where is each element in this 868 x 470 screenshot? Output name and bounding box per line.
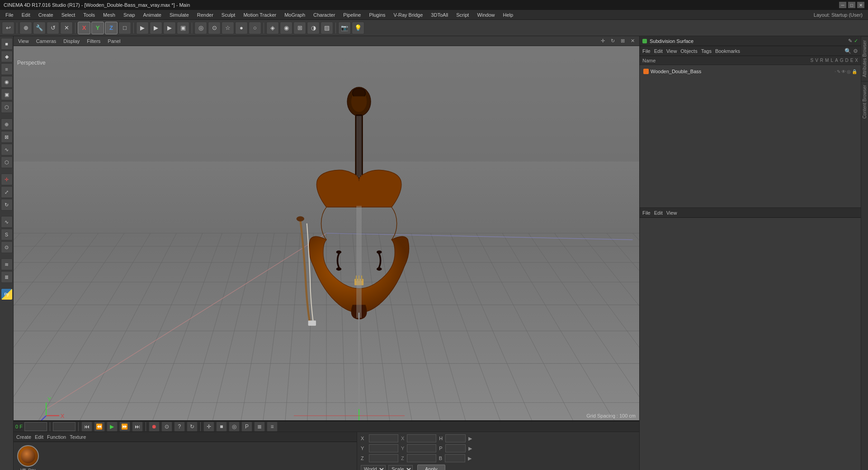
material-thumbnail[interactable] <box>17 445 39 467</box>
menu-character[interactable]: Character <box>310 11 339 19</box>
scale-select[interactable]: Scale <box>388 465 413 470</box>
polygon-selection-button[interactable]: ⬡ <box>1 156 13 168</box>
menu-snap[interactable]: Snap <box>120 11 139 19</box>
menu-animate[interactable]: Animate <box>140 11 165 19</box>
magnet-tool-button[interactable]: ⊙ <box>1 241 13 253</box>
attributes-browser-tab[interactable]: Attributes Browser <box>861 36 868 81</box>
timeline-options-2[interactable]: P <box>241 422 252 432</box>
subdiv-visible-icon[interactable]: ✓ <box>854 38 858 44</box>
render-region-button[interactable]: ▶ <box>136 22 149 34</box>
menu-simulate[interactable]: Simulate <box>166 11 193 19</box>
coord-z-expand[interactable]: ▶ <box>468 456 475 461</box>
timeline-options-4[interactable]: ≡ <box>267 422 278 432</box>
content-browser-tab[interactable]: Content Browser <box>861 81 868 122</box>
timeline-ruler[interactable]: 0 5 10 15 20 25 30 35 40 45 50 55 60 65 … <box>14 421 639 422</box>
undo-button[interactable]: ↩ <box>2 22 14 34</box>
minimize-button[interactable]: ─ <box>839 2 846 8</box>
coord-b-input[interactable]: 0° <box>445 454 465 462</box>
paint-tool-button[interactable]: ≋ <box>1 258 13 270</box>
rotate-tool-button[interactable]: ↻ <box>1 199 13 211</box>
coord-x-input[interactable]: 0 cm <box>369 434 398 442</box>
current-frame-input[interactable]: 0 F <box>24 422 47 431</box>
obj-menu-bookmarks[interactable]: Bookmarks <box>715 48 740 54</box>
timeline-options-1[interactable]: ◎ <box>229 422 240 432</box>
coord-h-input[interactable]: 0° <box>445 434 466 442</box>
polygon-mode-button[interactable]: ◆ <box>1 51 13 62</box>
obj-menu-tags[interactable]: Tags <box>701 48 712 54</box>
sphere-button[interactable]: ◉ <box>280 22 292 34</box>
axis-x-button[interactable]: X <box>78 22 90 34</box>
obj-menu-view[interactable]: View <box>666 48 677 54</box>
obj-menu-objects[interactable]: Objects <box>680 48 697 54</box>
torus-button[interactable]: ▨ <box>321 22 333 34</box>
edit-render-settings[interactable]: ◎ <box>194 22 207 34</box>
end-frame-input[interactable]: 90 F <box>53 422 75 431</box>
vp-menu-panel[interactable]: Panel <box>106 38 122 44</box>
coord-p-input[interactable]: 0° <box>445 444 466 452</box>
obj-menu-edit[interactable]: Edit <box>654 48 663 54</box>
timeline-options-3[interactable]: ≣ <box>254 422 265 432</box>
foreground-button[interactable]: ○ <box>249 22 261 34</box>
new-object-button[interactable]: ⊕ <box>19 22 32 34</box>
coord-ry-input[interactable]: 0 cm <box>407 444 436 452</box>
camera-button[interactable]: 📷 <box>338 22 351 34</box>
viewport-canvas[interactable]: X Y Z Perspective Grid Spacing : 100 cm <box>14 46 639 420</box>
scene-menu-edit[interactable]: Edit <box>654 210 663 216</box>
obj-item-wooden-bass[interactable]: Wooden_Double_Bass · ✎ 👁 ◎ 🔒 <box>642 67 859 76</box>
mat-menu-texture[interactable]: Texture <box>70 434 86 440</box>
object-mode-button[interactable]: ▣ <box>1 89 13 100</box>
scene-menu-view[interactable]: View <box>666 210 677 216</box>
cylinder-button[interactable]: ⊞ <box>293 22 306 34</box>
obj-icon-edit[interactable]: ✎ <box>837 69 840 74</box>
coord-y-input[interactable]: 0 cm <box>369 444 398 452</box>
menu-plugins[interactable]: Plugins <box>365 11 389 19</box>
obj-icon-lock[interactable]: 🔒 <box>852 69 857 74</box>
play-button[interactable]: ▶ <box>107 422 118 432</box>
menu-vray-bridge[interactable]: V-Ray Bridge <box>390 11 427 19</box>
light-button[interactable]: 💡 <box>352 22 364 34</box>
step-back-button[interactable]: ⏪ <box>94 422 105 432</box>
mat-menu-create[interactable]: Create <box>16 434 31 440</box>
knife-tool-button[interactable]: S <box>1 229 13 240</box>
key-type-button[interactable]: ■ <box>216 422 227 432</box>
texture-mode-button[interactable]: ⬡ <box>1 101 13 113</box>
coord-z-input[interactable]: 0 cm <box>369 454 398 462</box>
vp-menu-cameras[interactable]: Cameras <box>34 38 58 44</box>
maximize-button[interactable]: □ <box>848 2 855 8</box>
background-button[interactable]: ● <box>235 22 248 34</box>
rect-selection-button[interactable]: ⊠ <box>1 131 13 143</box>
vp-menu-filters[interactable]: Filters <box>85 38 102 44</box>
coord-rx-input[interactable]: 0 cm <box>407 434 436 442</box>
delete-button[interactable]: ✕ <box>60 22 73 34</box>
loop-button[interactable]: ↻ <box>187 422 198 432</box>
edge-paint-button[interactable]: ≣ <box>1 271 13 283</box>
auto-keyframe-button[interactable]: ⊙ <box>161 422 172 432</box>
menu-mograph[interactable]: MoGraph <box>281 11 309 19</box>
menu-3dtoall[interactable]: 3DToAll <box>427 11 452 19</box>
model-mode-button[interactable]: ■ <box>1 38 13 50</box>
scene-settings-button[interactable]: ↺ <box>47 22 59 34</box>
coord-x-expand[interactable]: ▶ <box>468 436 476 442</box>
world-select[interactable]: World <box>361 465 386 470</box>
coord-y-expand[interactable]: ▶ <box>468 446 476 451</box>
lasso-selection-button[interactable]: ∿ <box>1 144 13 155</box>
cube-button[interactable]: ◈ <box>266 22 279 34</box>
step-forward-button[interactable]: ⏩ <box>119 422 130 432</box>
search-icon[interactable]: 🔍 <box>844 48 851 54</box>
record-button[interactable]: ⏺ <box>149 422 160 432</box>
menu-mesh[interactable]: Mesh <box>99 11 119 19</box>
menu-file[interactable]: File <box>2 11 17 19</box>
menu-window[interactable]: Window <box>473 11 498 19</box>
close-button[interactable]: ✕ <box>857 2 864 8</box>
keyframe-button[interactable]: ? <box>174 422 185 432</box>
menu-motion-tracker[interactable]: Motion Tracker <box>240 11 280 19</box>
vp-icon-close[interactable]: ✕ <box>628 37 637 45</box>
cone-button[interactable]: ◑ <box>307 22 320 34</box>
obj-menu-file[interactable]: File <box>642 48 651 54</box>
render-active-view-button[interactable]: ▶ <box>150 22 162 34</box>
menu-create[interactable]: Create <box>35 11 57 19</box>
vp-menu-display[interactable]: Display <box>61 38 81 44</box>
coord-rz-input[interactable]: 0 cm <box>407 454 436 462</box>
move-tool-button[interactable]: ✛ <box>1 174 13 185</box>
edge-mode-button[interactable]: ≡ <box>1 63 13 75</box>
